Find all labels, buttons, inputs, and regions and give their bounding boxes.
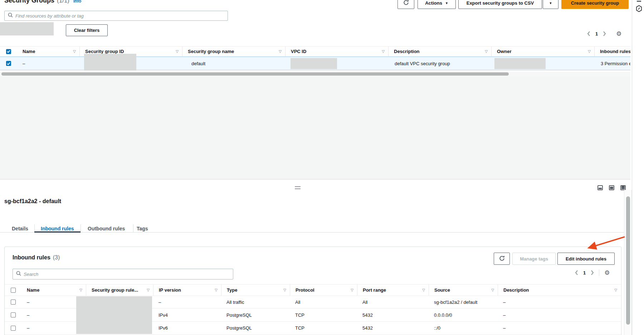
- tab-inbound-rules[interactable]: Inbound rules: [41, 226, 74, 231]
- ec2-security-groups-page: Security Groups (1/1) Info Actions ▼ Exp…: [0, 0, 644, 335]
- inbound-rules-pagination: 1 ⚙: [575, 269, 610, 276]
- select-all-checkbox[interactable]: [6, 49, 11, 54]
- redacted-filter-tag: [0, 22, 54, 35]
- filter-icon[interactable]: ▽: [420, 288, 425, 292]
- row-checkbox[interactable]: [11, 312, 16, 317]
- current-page[interactable]: 1: [595, 31, 598, 37]
- filter-icon[interactable]: ▽: [71, 49, 76, 53]
- filter-icon[interactable]: ▽: [145, 288, 150, 292]
- export-csv-dropdown-button[interactable]: ▼: [543, 0, 558, 9]
- caret-down-icon: ▼: [445, 2, 448, 5]
- filter-icon[interactable]: ▽: [213, 288, 218, 292]
- row-checkbox[interactable]: [6, 61, 11, 66]
- resource-search-input[interactable]: [15, 13, 224, 19]
- refresh-button[interactable]: [397, 0, 414, 9]
- split-panel-drag-handle[interactable]: [295, 186, 301, 189]
- inbound-rules-title: Inbound rules (3): [13, 254, 60, 261]
- column-header-ip-version[interactable]: IP version▽: [153, 284, 221, 296]
- actions-button[interactable]: Actions ▼: [418, 0, 456, 9]
- filter-icon[interactable]: ▽: [281, 288, 286, 292]
- table-settings-gear-icon[interactable]: ⚙: [604, 270, 610, 276]
- filter-icon[interactable]: ▽: [174, 49, 179, 53]
- next-page-icon[interactable]: [603, 31, 606, 36]
- cell-port-range: 5432: [357, 322, 429, 334]
- cell-port-range: 5432: [357, 308, 429, 321]
- table-settings-gear-icon[interactable]: ⚙: [616, 31, 621, 37]
- filter-icon[interactable]: ▽: [348, 288, 353, 292]
- filter-icon[interactable]: ▽: [586, 49, 591, 53]
- caret-down-icon: ▼: [549, 2, 552, 5]
- export-csv-label: Export security groups to CSV: [467, 0, 534, 6]
- previous-page-icon[interactable]: [587, 31, 590, 36]
- cell-description: –: [498, 308, 621, 321]
- filter-icon[interactable]: ▽: [277, 49, 282, 53]
- clear-filters-button[interactable]: Clear filters: [66, 24, 108, 36]
- cell-description: –: [498, 296, 621, 308]
- edit-inbound-rules-label: Edit inbound rules: [566, 256, 606, 262]
- cell-ip-version: IPv4: [153, 308, 221, 321]
- column-header-port-range[interactable]: Port range▽: [357, 284, 429, 296]
- column-header-vpc-id[interactable]: VPC ID▽: [285, 47, 388, 56]
- tab-separator: [80, 224, 81, 233]
- clear-filters-label: Clear filters: [74, 28, 100, 33]
- side-rail-hexagon-icon[interactable]: [636, 5, 642, 14]
- column-header-description[interactable]: Description▽: [498, 284, 621, 296]
- cell-source: 0.0.0.0/0: [429, 308, 498, 321]
- info-link[interactable]: Info: [73, 0, 81, 4]
- cell-description: default VPC security group: [388, 57, 491, 70]
- inbound-rules-title-text: Inbound rules: [13, 254, 50, 261]
- previous-page-icon[interactable]: [575, 270, 578, 275]
- cell-source: ::/0: [429, 322, 498, 334]
- column-header-sg-name[interactable]: Security group name▽: [182, 47, 285, 56]
- vertical-scrollbar-thumb[interactable]: [626, 196, 630, 325]
- horizontal-scrollbar-thumb[interactable]: [1, 72, 509, 76]
- split-panel-size-medium-icon[interactable]: [609, 185, 614, 190]
- column-header-sg-rule-id[interactable]: Security group rule...▽: [86, 284, 153, 296]
- tab-tags[interactable]: Tags: [137, 226, 148, 231]
- column-header-owner[interactable]: Owner▽: [491, 47, 594, 56]
- redacted-owner: [494, 58, 546, 69]
- search-icon: [16, 271, 21, 277]
- cell-type: All traffic: [221, 296, 290, 308]
- right-side-rail: [632, 0, 644, 335]
- pagination-separator: [599, 269, 599, 276]
- export-csv-button[interactable]: Export security groups to CSV: [458, 0, 542, 9]
- edit-inbound-rules-button[interactable]: Edit inbound rules: [557, 253, 615, 265]
- split-panel-size-large-icon[interactable]: [620, 185, 626, 190]
- inbound-rules-search-input[interactable]: [24, 272, 230, 277]
- inbound-refresh-button[interactable]: [494, 253, 510, 265]
- column-header-name[interactable]: Name▽: [21, 284, 86, 296]
- column-header-type[interactable]: Type▽: [221, 284, 290, 296]
- column-header-description[interactable]: Description▽: [388, 47, 491, 56]
- filter-icon[interactable]: ▽: [77, 288, 82, 292]
- resource-search: [4, 11, 228, 21]
- cell-port-range: All: [357, 296, 429, 308]
- select-all-checkbox[interactable]: [11, 288, 16, 293]
- page-title-count: (1/1): [57, 0, 69, 4]
- current-page[interactable]: 1: [583, 270, 586, 276]
- column-header-source[interactable]: Source▽: [429, 284, 498, 296]
- tab-outbound-rules[interactable]: Outbound rules: [88, 226, 125, 231]
- manage-tags-button[interactable]: Manage tags: [512, 253, 556, 265]
- next-page-icon[interactable]: [591, 270, 594, 275]
- filter-icon[interactable]: ▽: [380, 49, 385, 53]
- filter-icon[interactable]: ▽: [489, 288, 494, 292]
- cell-protocol: TCP: [290, 308, 357, 321]
- empty-content-area: [0, 76, 630, 180]
- tab-separator: [133, 224, 133, 233]
- manage-tags-label: Manage tags: [520, 256, 548, 262]
- cell-ip-version: IPv6: [153, 322, 221, 334]
- tab-details[interactable]: Details: [12, 226, 28, 231]
- split-panel-title: sg-bcf1a2a2 - default: [4, 198, 61, 205]
- column-header-inbound-rules-count[interactable]: Inbound rules c: [594, 47, 630, 56]
- row-checkbox[interactable]: [11, 300, 16, 305]
- redacted-security-group-rule-ids: [76, 296, 152, 334]
- side-rail-partial-icon[interactable]: [637, 1, 641, 2]
- create-security-group-button[interactable]: Create security group: [561, 0, 629, 9]
- row-checkbox[interactable]: [11, 326, 16, 331]
- column-header-name[interactable]: Name▽: [17, 47, 79, 56]
- filter-icon[interactable]: ▽: [483, 49, 488, 53]
- split-panel-size-small-icon[interactable]: [597, 185, 603, 190]
- filter-icon[interactable]: ▽: [612, 288, 617, 292]
- column-header-protocol[interactable]: Protocol▽: [290, 284, 357, 296]
